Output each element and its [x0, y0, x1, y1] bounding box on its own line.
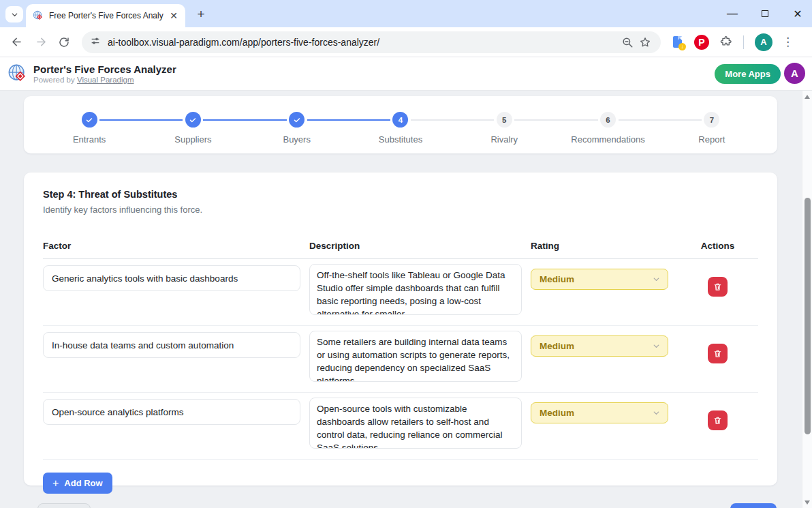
- minimize-button[interactable]: —: [726, 8, 738, 20]
- chevron-down-icon: [652, 342, 661, 350]
- user-avatar[interactable]: A: [784, 63, 805, 84]
- column-actions: Actions: [677, 241, 758, 251]
- table-row: Medium: [43, 259, 758, 326]
- stepper-step[interactable]: 6 Recommendations: [556, 104, 659, 145]
- url-text[interactable]: ai-toolbox.visual-paradigm.com/app/porte…: [108, 37, 619, 48]
- chevron-down-icon: [652, 275, 661, 284]
- site-settings-icon[interactable]: [90, 35, 101, 49]
- back-icon[interactable]: [7, 33, 26, 52]
- trash-icon: [713, 282, 722, 291]
- maximize-button[interactable]: [759, 8, 771, 20]
- step-circle: [185, 112, 201, 128]
- factor-rows: Medium Medium Medi: [43, 259, 758, 460]
- table-row: Medium: [43, 326, 758, 393]
- rating-select[interactable]: Medium: [531, 269, 668, 290]
- extensions-puzzle-icon[interactable]: [720, 35, 732, 50]
- tab-search-chevron-icon[interactable]: [5, 6, 23, 23]
- add-row-button[interactable]: + Add Row: [43, 473, 112, 494]
- rating-value: Medium: [540, 408, 652, 418]
- rating-select[interactable]: Medium: [531, 402, 668, 423]
- more-apps-button[interactable]: More Apps: [715, 64, 781, 84]
- description-textarea[interactable]: [309, 264, 522, 315]
- stepper-card: Entrants Suppliers Buyers 4 Substitutes …: [24, 96, 777, 153]
- step-label: Entrants: [73, 134, 106, 145]
- trash-icon: [713, 349, 722, 358]
- step-circle: 5: [497, 112, 512, 128]
- scroll-up-icon[interactable]: [805, 95, 810, 99]
- plus-icon: +: [52, 478, 59, 489]
- toolbar-divider: [743, 35, 744, 49]
- app-title: Porter's Five Forces Analyzer: [33, 63, 176, 75]
- description-textarea[interactable]: [309, 331, 522, 382]
- table-header: Factor Description Rating Actions: [43, 241, 758, 259]
- window-controls: — ✕: [726, 0, 804, 27]
- tab-strip: Free Porter's Five Forces Analyz ✕ + — ✕: [0, 0, 812, 27]
- page-content: Entrants Suppliers Buyers 4 Substitutes …: [0, 91, 812, 508]
- page-scrollbar[interactable]: [802, 91, 812, 508]
- zoom-out-icon[interactable]: [619, 33, 636, 51]
- bookmark-star-icon[interactable]: [636, 33, 654, 51]
- browser-menu-icon[interactable]: ⋮: [782, 35, 794, 49]
- close-window-button[interactable]: ✕: [792, 8, 804, 20]
- url-bar[interactable]: ai-toolbox.visual-paradigm.com/app/porte…: [82, 31, 661, 53]
- doc-download-extension-icon[interactable]: ↓: [673, 36, 683, 48]
- step-subtitle: Identify key factors influencing this fo…: [43, 205, 758, 215]
- app-header: Porter's Five Forces Analyzer Powered by…: [0, 57, 812, 91]
- rating-value: Medium: [540, 341, 652, 351]
- step-circle: [289, 112, 304, 128]
- description-textarea[interactable]: [309, 398, 522, 449]
- delete-row-button[interactable]: [708, 410, 728, 430]
- column-rating: Rating: [531, 241, 668, 251]
- step-label: Suppliers: [174, 134, 211, 145]
- reload-icon[interactable]: [54, 33, 74, 52]
- scroll-down-icon[interactable]: [805, 500, 810, 505]
- app-logo-icon: [7, 63, 28, 84]
- new-tab-button[interactable]: +: [192, 6, 210, 23]
- factor-input[interactable]: [43, 399, 300, 425]
- trash-icon: [713, 416, 722, 425]
- pinterest-extension-icon[interactable]: P: [694, 35, 709, 50]
- chevron-down-icon: [652, 408, 661, 417]
- step-title: Step 4: Threat of Substitutes: [43, 189, 758, 200]
- stepper-step[interactable]: Buyers: [245, 104, 349, 145]
- powered-by: Powered by Visual Paradigm: [33, 75, 176, 85]
- stepper-step[interactable]: Entrants: [37, 104, 141, 145]
- step-label: Report: [698, 134, 725, 145]
- previous-step-button[interactable]: [37, 503, 91, 508]
- step-circle: 7: [704, 112, 719, 128]
- step-label: Recommendations: [571, 134, 644, 145]
- rating-value: Medium: [540, 274, 652, 284]
- step-circle: [82, 112, 97, 128]
- next-step-button[interactable]: [730, 503, 777, 508]
- visual-paradigm-link[interactable]: Visual Paradigm: [77, 76, 134, 84]
- forward-icon[interactable]: [31, 33, 50, 52]
- column-factor: Factor: [43, 241, 300, 251]
- browser-tab[interactable]: Free Porter's Five Forces Analyz ✕: [26, 4, 185, 27]
- scrollbar-thumb[interactable]: [805, 198, 811, 434]
- step-circle: 6: [600, 112, 616, 128]
- extensions-area: ↓ P: [673, 35, 732, 50]
- stepper: Entrants Suppliers Buyers 4 Substitutes …: [37, 104, 764, 145]
- delete-row-button[interactable]: [708, 344, 728, 363]
- step-label: Buyers: [283, 134, 310, 145]
- browser-profile-avatar[interactable]: A: [755, 33, 772, 51]
- step-label: Rivalry: [490, 134, 518, 145]
- stepper-step[interactable]: 4 Substitutes: [349, 104, 452, 145]
- factor-input[interactable]: [43, 265, 300, 291]
- site-favicon-icon: [33, 10, 44, 21]
- stepper-step[interactable]: 7 Report: [660, 104, 764, 145]
- step-circle: 4: [392, 112, 408, 128]
- column-description: Description: [309, 241, 522, 251]
- stepper-step[interactable]: 5 Rivalry: [452, 104, 556, 145]
- table-row: Medium: [43, 393, 758, 460]
- step-card: Step 4: Threat of Substitutes Identify k…: [24, 173, 777, 485]
- tab-title: Free Porter's Five Forces Analyz: [49, 11, 163, 20]
- tab-close-icon[interactable]: ✕: [168, 10, 180, 22]
- step-label: Substitutes: [379, 134, 422, 145]
- stepper-step[interactable]: Suppliers: [141, 104, 245, 145]
- delete-row-button[interactable]: [708, 277, 728, 297]
- factor-input[interactable]: [43, 332, 300, 358]
- rating-select[interactable]: Medium: [531, 335, 668, 357]
- browser-toolbar: ai-toolbox.visual-paradigm.com/app/porte…: [0, 27, 812, 57]
